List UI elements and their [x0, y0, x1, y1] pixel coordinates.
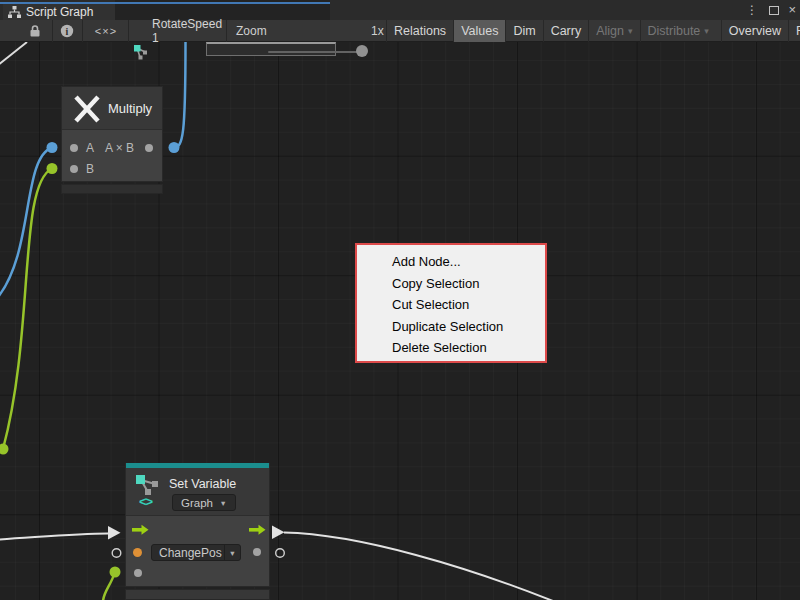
graph-breadcrumb-icon: [133, 44, 148, 61]
full-screen-button[interactable]: Full Screen: [788, 20, 800, 42]
context-menu: Add Node... Copy Selection Cut Selection…: [355, 243, 547, 363]
variable-scope-dropdown[interactable]: Graph ▾: [172, 494, 236, 511]
lock-button[interactable]: [22, 20, 48, 42]
overview-button[interactable]: Overview: [721, 20, 788, 42]
graph-tab-icon: [8, 6, 21, 18]
context-menu-item-add-node[interactable]: Add Node...: [357, 251, 545, 273]
chevron-down-icon: ▾: [221, 498, 225, 508]
multiply-port-result-dot[interactable]: [145, 144, 153, 152]
distribute-dropdown-button[interactable]: Distribute ▾: [640, 20, 716, 42]
window-maximize-button[interactable]: [769, 2, 779, 18]
multiply-port-b-label: B: [86, 162, 94, 176]
lock-icon: [28, 24, 42, 38]
multiply-node-header[interactable]: Multiply: [62, 87, 162, 130]
unity-script-graph-window: Multiply A A × B B <> Set Variable Graph…: [0, 0, 800, 600]
info-icon: i: [60, 24, 74, 38]
carry-button[interactable]: Carry: [543, 20, 589, 42]
multiply-port-a-dot[interactable]: [70, 144, 78, 152]
window-menu-button[interactable]: ⋮: [746, 2, 758, 18]
flow-out-arrow-icon[interactable]: [249, 524, 266, 536]
clipped-node-top[interactable]: [206, 42, 336, 56]
tab-title: Script Graph: [26, 5, 93, 19]
zoom-label: Zoom: [236, 24, 267, 38]
variable-scope-value: Graph: [181, 497, 213, 509]
set-variable-header[interactable]: <> Set Variable Graph ▾: [126, 468, 269, 516]
multiply-result-label: A × B: [105, 141, 134, 155]
variable-value-port-dot[interactable]: [133, 548, 142, 557]
context-menu-item-duplicate-selection[interactable]: Duplicate Selection: [357, 316, 545, 338]
set-variable-node[interactable]: <> Set Variable Graph ▾ ChangePos ▾: [125, 463, 270, 587]
values-button[interactable]: Values: [453, 20, 505, 42]
multiply-port-a-label: A: [86, 141, 94, 155]
relations-button[interactable]: Relations: [386, 20, 453, 42]
dim-button[interactable]: Dim: [505, 20, 542, 42]
maximize-icon: [769, 6, 779, 15]
code-preview-toggle[interactable]: <×>: [84, 20, 128, 42]
chevron-down-icon: ▾: [628, 26, 633, 36]
flow-in-arrow-icon[interactable]: [132, 524, 149, 536]
set-variable-node-footer: [125, 589, 270, 600]
close-icon: ×: [788, 2, 796, 18]
variable-name-dropdown[interactable]: ChangePos ▾: [151, 544, 241, 561]
window-close-button[interactable]: ×: [788, 2, 796, 18]
scope-angle-icon: <>: [139, 494, 152, 509]
set-variable-output-port-dot[interactable]: [253, 548, 261, 556]
variable-name-value: ChangePos: [152, 546, 222, 560]
chevron-down-icon: ▾: [230, 548, 234, 558]
chevron-down-icon: ▾: [704, 26, 709, 36]
multiply-port-b-dot[interactable]: [70, 165, 78, 173]
set-variable-title: Set Variable: [169, 477, 236, 491]
context-menu-item-copy-selection[interactable]: Copy Selection: [357, 273, 545, 295]
graph-breadcrumb[interactable]: RotateSpeed 1: [152, 20, 218, 42]
set-variable-extra-port-dot[interactable]: [134, 569, 142, 577]
code-brackets-icon: <×>: [95, 25, 117, 37]
multiply-node-footer: [61, 184, 163, 194]
multiply-node-title: Multiply: [108, 101, 152, 116]
toolbar-buttons: Relations Values Dim Carry Align ▾ Distr…: [386, 20, 800, 42]
svg-text:i: i: [66, 26, 69, 37]
multiply-icon: [73, 94, 103, 126]
tab-strip: Script Graph ⋮ ×: [0, 0, 800, 20]
context-menu-item-cut-selection[interactable]: Cut Selection: [357, 294, 545, 316]
set-variable-icon: [135, 474, 163, 496]
zoom-value: 1x: [371, 24, 384, 38]
info-button[interactable]: i: [54, 20, 80, 42]
zoom-slider-thumb[interactable]: [356, 45, 368, 57]
kebab-menu-icon: ⋮: [746, 2, 758, 18]
tab-script-graph[interactable]: Script Graph: [3, 4, 115, 20]
align-dropdown-button[interactable]: Align ▾: [588, 20, 639, 42]
context-menu-item-delete-selection[interactable]: Delete Selection: [357, 337, 545, 359]
zoom-slider-track[interactable]: [268, 51, 360, 53]
multiply-node[interactable]: Multiply A A × B B: [61, 86, 163, 182]
